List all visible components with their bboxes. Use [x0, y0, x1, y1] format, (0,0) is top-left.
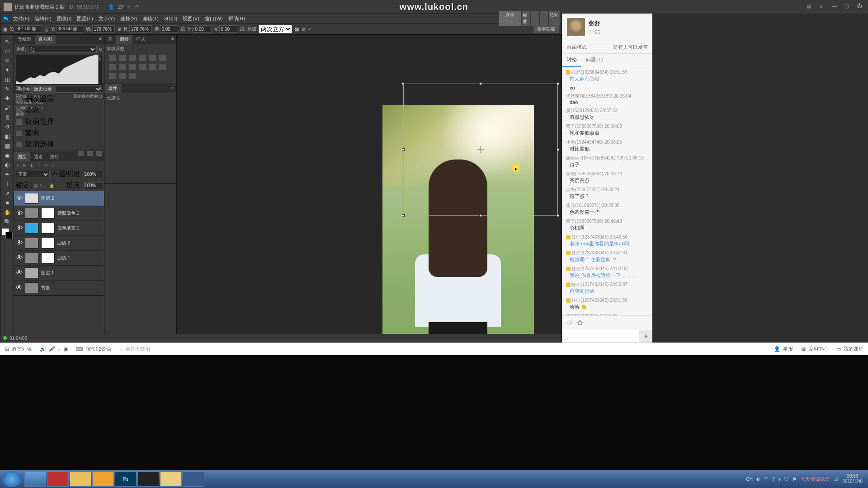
taskbar-photoshop-icon[interactable]: Ps	[115, 471, 137, 487]
music-icon[interactable]: ♪	[58, 347, 61, 352]
link2-icon[interactable]: ⊗	[118, 27, 121, 32]
adj-hue-icon[interactable]	[159, 55, 166, 61]
transform-handle-tr[interactable]	[557, 82, 559, 85]
layer-row[interactable]: 👁选取颜色 1	[14, 206, 104, 221]
stamp-tool-icon[interactable]: ⎘	[1, 113, 13, 122]
angle-input[interactable]	[160, 25, 178, 33]
tab-channels[interactable]: 通道	[30, 152, 47, 161]
ime-indicator[interactable]: 中	[764, 476, 769, 482]
close-icon[interactable]: ⏻	[857, 3, 864, 10]
transform-handle-bl[interactable]	[402, 214, 405, 217]
tab-layers[interactable]: 图层	[14, 152, 30, 161]
send-button[interactable]: ✈	[639, 330, 652, 343]
pen-tool-icon[interactable]: ✒	[1, 170, 13, 179]
start-button[interactable]	[2, 471, 22, 487]
minimize-icon[interactable]: —	[832, 3, 839, 10]
adj-sel-icon[interactable]	[129, 73, 136, 79]
layer-thumb[interactable]	[25, 238, 38, 249]
free-mode-label[interactable]: 自由模式	[567, 44, 587, 51]
panel-menu-icon[interactable]: ≡	[97, 152, 104, 161]
speaker-icon[interactable]: 🔊	[40, 346, 46, 352]
cancel-icon[interactable]: ⊘	[302, 27, 305, 32]
transform-handle-tm[interactable]	[479, 82, 482, 85]
menu-3d[interactable]: 3D(D)	[164, 16, 177, 21]
chat-messages[interactable]: 张舒(1325634634) 20:51:59帕太麻利心塔yu优然茉莉(1584…	[562, 67, 652, 315]
h2-input[interactable]	[193, 25, 212, 33]
eyedrop-tool-icon[interactable]: ✎	[1, 84, 13, 94]
transform-handle-mr[interactable]	[557, 148, 559, 151]
panel-menu-icon[interactable]: ≡	[169, 35, 176, 44]
canvas-area[interactable]: ▸	[177, 35, 561, 335]
lang-indicator[interactable]: CH	[746, 477, 752, 482]
blend-mode-select[interactable]: 正常	[16, 171, 50, 178]
tray-icon-2[interactable]: ▾	[778, 477, 781, 482]
mic-icon[interactable]: 🎤	[49, 346, 55, 352]
adj-exposure-icon[interactable]	[139, 55, 146, 61]
tray-flag-icon[interactable]: ⚑	[793, 477, 797, 482]
my-course-button[interactable]: ▭我的课程	[836, 346, 863, 352]
tab-history[interactable]: 历史记录	[30, 84, 56, 94]
tab-navigator[interactable]: 导航器	[14, 35, 35, 44]
history-item[interactable]: 套索	[14, 127, 104, 139]
eye-icon[interactable]: 👁	[16, 194, 22, 202]
layer-row[interactable]: 👁曲线 2	[14, 236, 104, 251]
wand-tool-icon[interactable]: ✦	[1, 66, 13, 75]
layer-row[interactable]: 👁曲线 1	[14, 251, 104, 266]
layer-thumb[interactable]	[25, 223, 38, 234]
panel-menu-icon[interactable]: ≡	[97, 84, 104, 94]
eye-icon[interactable]: 👁	[16, 284, 22, 292]
v-input[interactable]	[219, 25, 237, 33]
transform-handle-tl[interactable]	[402, 82, 405, 85]
link-icon[interactable]: △	[45, 27, 48, 32]
transform-box[interactable]	[403, 84, 558, 216]
fill-input[interactable]	[84, 182, 102, 189]
blur-tool-icon[interactable]: ◉	[1, 151, 13, 160]
mode-tab-std[interactable]: 标准	[522, 11, 530, 26]
commit-icon[interactable]: ✓	[308, 27, 311, 32]
lasso-tool-icon[interactable]: ⊂	[1, 56, 13, 65]
maximize-icon[interactable]: ▢	[844, 3, 852, 10]
dodge-tool-icon[interactable]: ◐	[1, 160, 13, 169]
h-input[interactable]	[129, 25, 152, 33]
eraser-tool-icon[interactable]: ◧	[1, 132, 13, 141]
adj-lookup-icon[interactable]	[139, 64, 146, 70]
heal-tool-icon[interactable]: ✚	[1, 94, 13, 103]
tab-paths[interactable]: 路径	[47, 152, 63, 161]
tab-question[interactable]: 问题 (0)	[581, 54, 608, 67]
adj-thresh-icon[interactable]	[109, 73, 116, 79]
eye-icon[interactable]: 👁	[16, 254, 22, 262]
adj-mixer-icon[interactable]	[129, 64, 136, 70]
class-list-button[interactable]: ▤教室列表	[5, 346, 32, 352]
transform-handle-bm[interactable]	[479, 214, 482, 217]
adj-poster-icon[interactable]	[159, 64, 166, 70]
flower-icon[interactable]: ✿	[577, 319, 583, 327]
menu-icon[interactable]: ▤	[807, 3, 814, 10]
layer-thumb[interactable]	[25, 193, 38, 204]
layer-mask[interactable]	[41, 238, 55, 249]
layer-row[interactable]: 👁图层 1	[14, 266, 104, 281]
report-button[interactable]: 👤举报	[774, 346, 793, 352]
tab-styles[interactable]: 样式	[132, 35, 149, 44]
layer-mask[interactable]	[41, 223, 55, 234]
layer-mask[interactable]	[41, 208, 55, 219]
x-input[interactable]	[15, 25, 42, 33]
grid-icon[interactable]: ▦	[295, 27, 299, 32]
eye-icon[interactable]: 👁	[16, 224, 22, 232]
layer-row[interactable]: 👁颜色填充 1	[14, 221, 104, 236]
eye-icon[interactable]: 👁	[16, 269, 22, 277]
layer-thumb[interactable]	[25, 267, 38, 278]
stop-icon[interactable]: ▣	[63, 346, 68, 352]
tab-discuss[interactable]: 讨论	[562, 54, 581, 67]
tray-volume-icon[interactable]: 🔊	[834, 477, 839, 482]
tray-clock[interactable]: 20:59 2015/12/8	[843, 474, 863, 484]
taskbar-note-icon[interactable]	[160, 471, 182, 487]
menu-select[interactable]: 选择(S)	[120, 15, 137, 22]
history-item[interactable]: 取消选择	[14, 116, 104, 127]
history-snap-icon[interactable]	[87, 151, 93, 156]
menu-help[interactable]: 帮助(H)	[228, 15, 245, 22]
eye-icon[interactable]: 👁	[16, 209, 22, 217]
menu-view[interactable]: 视图(V)	[183, 15, 199, 22]
layer-thumb[interactable]	[25, 208, 38, 219]
adj-curves-icon[interactable]	[129, 55, 136, 61]
chat-input[interactable]	[562, 330, 639, 343]
